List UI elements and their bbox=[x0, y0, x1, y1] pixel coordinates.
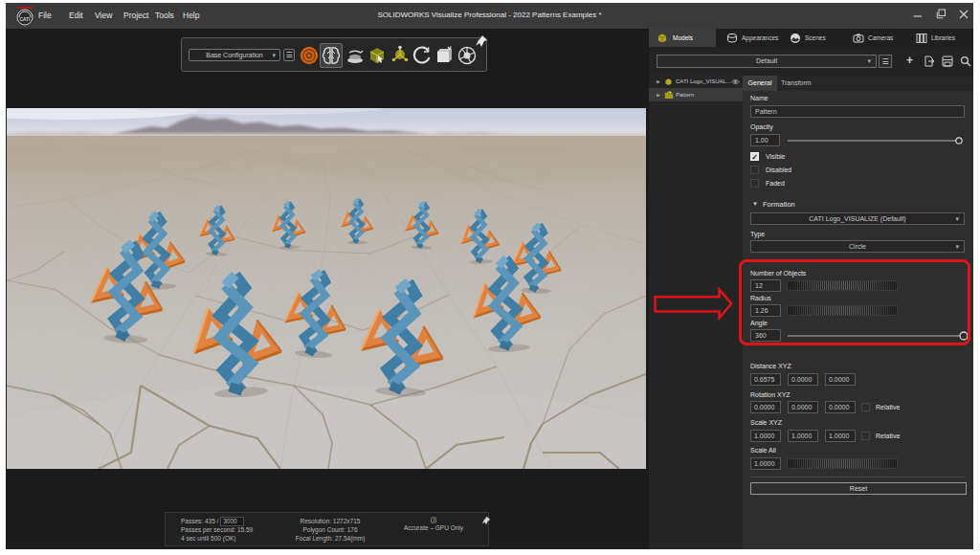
svg-text:CATI: CATI bbox=[19, 16, 30, 22]
